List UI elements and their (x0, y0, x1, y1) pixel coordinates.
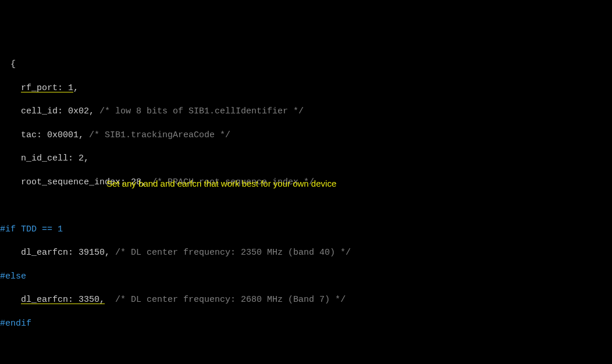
code-line: rf_port: 1, (0, 83, 612, 94)
code-line: n_id_cell: 2, (0, 153, 612, 165)
code-comment: /* SIB1.trackingAreaCode */ (89, 130, 230, 140)
highlighted-config-dl-earfcn: dl_earfcn: 3350, (21, 295, 105, 305)
code-comment: /* DL center frequency: 2680 MHz (Band 7… (115, 295, 346, 305)
annotation-text: Set any band and earfcn that work best f… (106, 178, 336, 190)
code-line: #endif (0, 318, 612, 330)
preprocessor-endif: #endif (0, 319, 31, 329)
code-editor-view: { rf_port: 1, cell_id: 0x02, /* low 8 bi… (0, 47, 612, 364)
code-line: #if TDD == 1 (0, 224, 612, 235)
code-comment: /* low 8 bits of SIB1.cellIdentifier */ (99, 106, 304, 116)
code-line: tac: 0x0001, /* SIB1.trackingAreaCode */ (0, 130, 612, 141)
preprocessor-if: #if TDD == 1 (0, 224, 63, 234)
code-line: dl_earfcn: 3350, /* DL center frequency:… (0, 294, 612, 306)
code-line: dl_earfcn: 39150, /* DL center frequency… (0, 247, 612, 259)
code-line: { (0, 59, 612, 70)
code-line: cell_id: 0x02, /* low 8 bits of SIB1.cel… (0, 106, 612, 117)
code-comment: /* DL center frequency: 2350 MHz (band 4… (115, 248, 351, 258)
code-line: #else (0, 271, 612, 283)
code-line-blank (0, 341, 612, 353)
code-line-blank (0, 200, 612, 212)
preprocessor-else: #else (0, 272, 26, 281)
highlighted-config-rf-port: rf_port: 1 (21, 83, 73, 93)
